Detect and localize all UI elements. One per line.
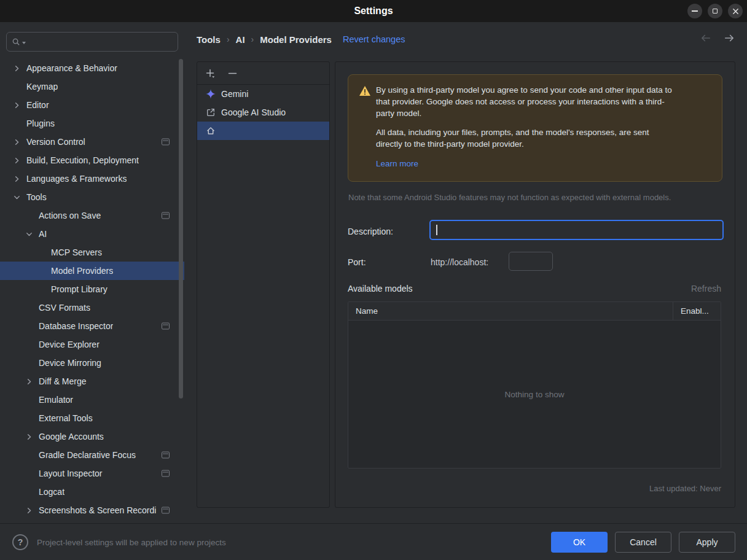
- column-header-enabled[interactable]: Enabl...: [673, 302, 721, 320]
- titlebar: Settings: [0, 0, 747, 22]
- sidebar-item-mcp-servers[interactable]: MCP Servers: [0, 243, 184, 262]
- cancel-button[interactable]: Cancel: [615, 532, 671, 553]
- description-input[interactable]: [429, 220, 724, 240]
- close-button[interactable]: [728, 4, 743, 18]
- apply-button[interactable]: Apply: [679, 532, 735, 553]
- provider-toolbar: [197, 62, 329, 85]
- sidebar-item-ai[interactable]: AI: [0, 225, 184, 243]
- sidebar-item-plugins[interactable]: Plugins: [0, 114, 184, 133]
- chevron-right-icon[interactable]: [25, 432, 39, 441]
- sidebar-item-build-execution-deployment[interactable]: Build, Execution, Deployment: [0, 151, 184, 169]
- sidebar-item-label: External Tools: [39, 413, 93, 423]
- sidebar-item-editor[interactable]: Editor: [0, 96, 184, 114]
- search-box[interactable]: [6, 32, 178, 52]
- sidebar-item-tools[interactable]: Tools: [0, 188, 184, 206]
- sidebar-item-languages-frameworks[interactable]: Languages & Frameworks: [0, 169, 184, 188]
- breadcrumb-item-model-providers[interactable]: Model Providers: [260, 34, 332, 45]
- project-settings-icon: [162, 323, 170, 330]
- sidebar-item-external-tools[interactable]: External Tools: [0, 409, 184, 427]
- history-navigation: [700, 33, 735, 44]
- settings-window: Settings Appearance & BehaviorKeymapEdit…: [0, 0, 747, 560]
- chevron-right-icon[interactable]: [12, 155, 26, 165]
- sidebar-item-label: MCP Servers: [51, 247, 102, 257]
- sidebar-item-label: AI: [39, 229, 47, 239]
- project-settings-icon: [162, 212, 170, 219]
- revert-changes-link[interactable]: Revert changes: [343, 34, 405, 44]
- provider-item-google-ai-studio[interactable]: Google AI Studio: [197, 103, 329, 122]
- sidebar-item-device-mirroring[interactable]: Device Mirroring: [0, 354, 184, 372]
- chevron-down-icon[interactable]: [25, 229, 39, 239]
- models-table-body: Nothing to show: [348, 321, 721, 468]
- sidebar-item-actions-on-save[interactable]: Actions on Save: [0, 206, 184, 225]
- home-icon: [206, 126, 216, 136]
- sidebar-item-label: Actions on Save: [39, 211, 101, 220]
- chevron-right-icon[interactable]: [12, 174, 26, 184]
- provider-item-label: Gemini: [221, 89, 248, 99]
- chevron-spacer: [25, 303, 39, 313]
- sidebar-item-device-explorer[interactable]: Device Explorer: [0, 335, 184, 354]
- arrow-forward-icon[interactable]: [724, 33, 735, 44]
- chevron-right-icon[interactable]: [25, 505, 39, 515]
- port-input[interactable]: [509, 252, 553, 271]
- provider-item-gemini[interactable]: Gemini: [197, 85, 329, 103]
- sidebar-item-screenshots-screen-recordi[interactable]: Screenshots & Screen Recordi: [0, 501, 184, 519]
- chevron-down-icon: [22, 42, 26, 44]
- minimize-button[interactable]: [687, 4, 702, 18]
- arrow-back-icon[interactable]: [700, 33, 711, 44]
- sidebar-item-label: Emulator: [39, 395, 73, 405]
- provider-item-new[interactable]: [197, 122, 329, 140]
- sidebar-item-label: Logcat: [39, 487, 65, 497]
- sidebar-item-emulator[interactable]: Emulator: [0, 391, 184, 409]
- maximize-button[interactable]: [708, 4, 722, 18]
- breadcrumb-item-ai[interactable]: AI: [236, 34, 245, 45]
- maximize-icon: [713, 9, 718, 14]
- chevron-right-icon[interactable]: [12, 100, 26, 110]
- sidebar-item-layout-inspector[interactable]: Layout Inspector: [0, 464, 184, 483]
- warning-icon: [359, 85, 371, 96]
- search-input[interactable]: [28, 37, 173, 47]
- sidebar-item-label: Device Explorer: [39, 340, 100, 349]
- sidebar-item-label: Gradle Declarative Focus: [39, 450, 136, 460]
- sidebar-scrollbar[interactable]: [179, 59, 183, 399]
- help-button[interactable]: ?: [12, 534, 28, 550]
- learn-more-link[interactable]: Learn more: [376, 158, 418, 169]
- breadcrumb-separator: ›: [251, 34, 254, 44]
- sidebar-item-version-control[interactable]: Version Control: [0, 133, 184, 151]
- breadcrumb-item-tools[interactable]: Tools: [197, 34, 221, 45]
- chevron-right-icon[interactable]: [12, 63, 26, 73]
- add-provider-button[interactable]: [203, 66, 217, 80]
- provider-list-panel: GeminiGoogle AI Studio: [197, 61, 330, 508]
- chevron-down-icon[interactable]: [12, 192, 26, 202]
- sidebar-item-label: Google Accounts: [39, 432, 104, 441]
- breadcrumb: Tools › AI › Model Providers Revert chan…: [197, 32, 405, 47]
- chevron-spacer: [25, 469, 39, 478]
- provider-list: GeminiGoogle AI Studio: [197, 85, 329, 140]
- sidebar-item-prompt-library[interactable]: Prompt Library: [0, 280, 184, 298]
- gemini-icon: [206, 89, 216, 99]
- sidebar-item-label: Diff & Merge: [39, 376, 87, 386]
- sidebar-item-google-accounts[interactable]: Google Accounts: [0, 427, 184, 446]
- sidebar-item-database-inspector[interactable]: Database Inspector: [0, 317, 184, 335]
- remove-provider-button[interactable]: [225, 66, 239, 80]
- chevron-spacer: [25, 413, 39, 423]
- chevron-spacer: [25, 340, 39, 349]
- chevron-spacer: [25, 358, 39, 368]
- port-label: Port:: [348, 257, 366, 267]
- sidebar-item-label: Model Providers: [51, 266, 113, 276]
- sidebar-item-appearance-behavior[interactable]: Appearance & Behavior: [0, 59, 184, 77]
- sidebar-item-csv-formats[interactable]: CSV Formats: [0, 298, 184, 317]
- column-header-name[interactable]: Name: [348, 302, 673, 320]
- chevron-spacer: [25, 321, 39, 331]
- chevron-right-icon[interactable]: [25, 376, 39, 386]
- sidebar-item-label: Plugins: [26, 119, 55, 128]
- sidebar-item-model-providers[interactable]: Model Providers: [0, 262, 184, 280]
- sidebar-item-logcat[interactable]: Logcat: [0, 483, 184, 501]
- chevron-right-icon[interactable]: [12, 137, 26, 147]
- refresh-link[interactable]: Refresh: [691, 284, 721, 294]
- window-title: Settings: [354, 6, 393, 17]
- ok-button[interactable]: OK: [551, 532, 608, 553]
- sidebar-item-diff-merge[interactable]: Diff & Merge: [0, 372, 184, 391]
- external-models-note: Note that some Android Studio features m…: [348, 193, 671, 202]
- sidebar-item-gradle-declarative-focus[interactable]: Gradle Declarative Focus: [0, 446, 184, 464]
- sidebar-item-keymap[interactable]: Keymap: [0, 77, 184, 96]
